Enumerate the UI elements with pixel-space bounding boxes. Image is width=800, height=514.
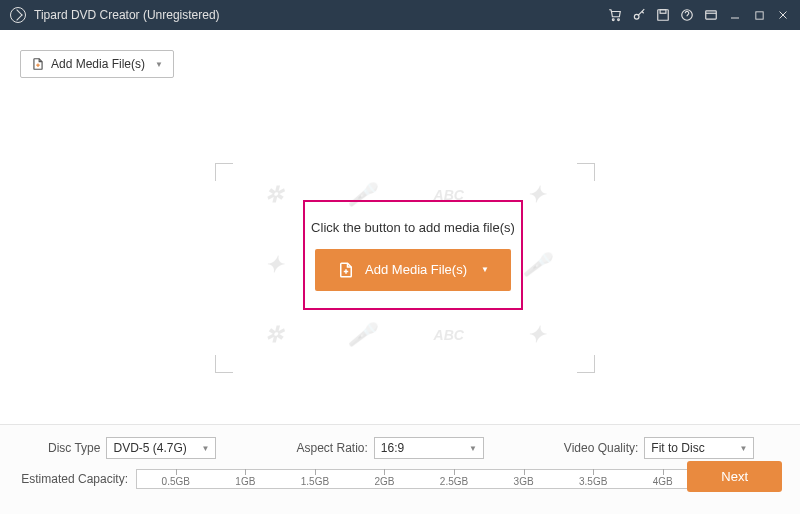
- add-media-main-button[interactable]: Add Media File(s) ▼: [315, 249, 511, 291]
- sparkle-icon: ✦: [258, 249, 290, 281]
- sparkle-icon: ✦: [520, 179, 552, 211]
- next-button[interactable]: Next: [687, 461, 782, 492]
- key-icon[interactable]: [632, 8, 646, 22]
- next-label: Next: [721, 469, 748, 484]
- capacity-label: Estimated Capacity:: [18, 472, 128, 486]
- reel-icon: ✲: [258, 179, 290, 211]
- toolbar: Add Media File(s) ▼: [0, 30, 800, 78]
- minimize-icon[interactable]: [728, 8, 742, 22]
- disc-type-select[interactable]: DVD-5 (4.7G) ▼: [106, 437, 216, 459]
- svg-rect-3: [658, 10, 669, 21]
- aspect-ratio-select[interactable]: 16:9 ▼: [374, 437, 484, 459]
- frame-corner: [215, 163, 233, 181]
- titlebar: Tipard DVD Creator (Unregistered): [0, 0, 800, 30]
- add-file-icon: [31, 57, 45, 71]
- add-media-highlight: Click the button to add media file(s) Ad…: [303, 200, 523, 310]
- capacity-row: Estimated Capacity: 0.5GB1GB1.5GB2GB2.5G…: [18, 469, 782, 489]
- ruler-tick: 3.5GB: [558, 470, 628, 488]
- svg-point-1: [618, 19, 620, 21]
- save-disc-icon[interactable]: [656, 8, 670, 22]
- add-file-icon: [337, 261, 355, 279]
- svg-rect-6: [706, 11, 717, 19]
- maximize-icon[interactable]: [752, 8, 766, 22]
- video-quality-select[interactable]: Fit to Disc ▼: [644, 437, 754, 459]
- add-media-prompt: Click the button to add media file(s): [311, 220, 515, 235]
- footer: Disc Type DVD-5 (4.7G) ▼ Aspect Ratio: 1…: [0, 424, 800, 514]
- ruler-tick: 3GB: [489, 470, 559, 488]
- frame-corner: [577, 163, 595, 181]
- drop-area: ✲ 🎤 ABC ✦ ✦ ABC C 🎤 ✲ 🎤 ABC ✦ Click the …: [20, 80, 780, 414]
- chevron-down-icon: ▼: [481, 265, 489, 274]
- add-media-label: Add Media File(s): [51, 57, 145, 71]
- video-quality-label: Video Quality:: [564, 441, 639, 455]
- capacity-ruler: 0.5GB1GB1.5GB2GB2.5GB3GB3.5GB4GB4.5GB: [136, 469, 772, 489]
- abc-icon: ABC: [433, 319, 465, 351]
- menu-icon[interactable]: [704, 8, 718, 22]
- frame-corner: [215, 355, 233, 373]
- ruler-tick: 2.5GB: [419, 470, 489, 488]
- app-title: Tipard DVD Creator (Unregistered): [34, 8, 220, 22]
- aspect-ratio-label: Aspect Ratio:: [296, 441, 367, 455]
- titlebar-actions: [608, 8, 790, 22]
- chevron-down-icon: ▼: [739, 444, 747, 453]
- svg-point-0: [612, 19, 614, 21]
- help-icon[interactable]: [680, 8, 694, 22]
- disc-type-label: Disc Type: [48, 441, 100, 455]
- cart-icon[interactable]: [608, 8, 622, 22]
- chevron-down-icon: ▼: [202, 444, 210, 453]
- disc-type-value: DVD-5 (4.7G): [113, 441, 186, 455]
- sparkle-icon: ✦: [520, 319, 552, 351]
- svg-rect-9: [755, 11, 762, 18]
- ruler-tick: 2GB: [350, 470, 420, 488]
- options-row: Disc Type DVD-5 (4.7G) ▼ Aspect Ratio: 1…: [18, 437, 782, 459]
- aspect-ratio-value: 16:9: [381, 441, 404, 455]
- chevron-down-icon: ▼: [155, 60, 163, 69]
- chevron-down-icon: ▼: [469, 444, 477, 453]
- ruler-tick: 1.5GB: [280, 470, 350, 488]
- video-quality-value: Fit to Disc: [651, 441, 704, 455]
- ruler-tick: 1GB: [211, 470, 281, 488]
- svg-rect-4: [660, 10, 666, 14]
- reel-icon: ✲: [258, 319, 290, 351]
- add-media-main-label: Add Media File(s): [365, 262, 467, 277]
- close-icon[interactable]: [776, 8, 790, 22]
- add-media-button[interactable]: Add Media File(s) ▼: [20, 50, 174, 78]
- ruler-tick: 0.5GB: [141, 470, 211, 488]
- mic-icon: 🎤: [345, 319, 377, 351]
- app-logo-icon: [10, 7, 26, 23]
- frame-corner: [577, 355, 595, 373]
- mic-icon: 🎤: [520, 249, 552, 281]
